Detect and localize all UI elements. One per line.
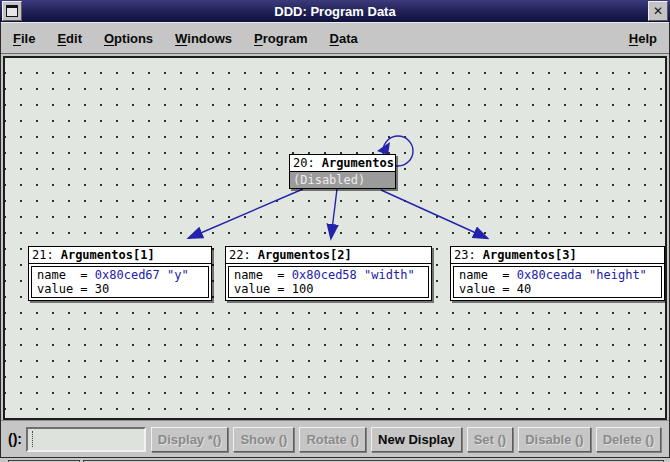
display-22-argumentos-2[interactable]: 22:Argumentos[2] name = 0x80ced58 "width… [225,246,432,301]
arrow-20-21 [189,189,303,238]
display-title: 21:Argumentos[1] [29,247,211,264]
menu-options[interactable]: Options [97,27,160,50]
member-value-row: value = 40 [459,282,656,296]
menu-data[interactable]: Data [323,27,365,50]
close-x-icon: ✕ [653,5,663,17]
member-name-row: name = 0x80ceada "height" [459,268,656,282]
member-value-row: value = 30 [37,282,203,296]
close-button[interactable]: ✕ [648,1,668,21]
arrow-20-22 [331,189,337,238]
menu-help[interactable]: Help [622,27,664,50]
rotate-button[interactable]: Rotate () [299,427,366,452]
menu-bar: File Edit Options Windows Program Data H… [0,22,670,54]
show-button[interactable]: Show () [233,427,294,452]
display-title: 20:Argumentos [290,155,395,172]
argument-input[interactable] [26,427,146,452]
window-menu-button[interactable] [2,1,22,21]
display-title: 22:Argumentos[2] [226,247,431,264]
title-bar: DDD: Program Data ✕ [0,0,670,22]
data-display-canvas[interactable]: 20:Argumentos (Disabled) 21:Argumentos[1… [5,58,665,418]
argument-toolbar: (): Display *() Show () Rotate () New Di… [0,420,670,457]
member-value-row: value = 100 [234,282,423,296]
new-display-button[interactable]: New Display [371,427,462,452]
display-value-struct: name = 0x80ced67 "y" value = 30 [31,266,209,298]
window-icon [6,5,18,17]
disable-button[interactable]: Disable () [518,427,591,452]
display-21-argumentos-1[interactable]: 21:Argumentos[1] name = 0x80ced67 "y" va… [28,246,212,301]
ddd-program-data-window: DDD: Program Data ✕ File Edit Options Wi… [0,0,670,462]
display-status-disabled: (Disabled) [290,172,395,188]
set-button[interactable]: Set () [467,427,514,452]
menu-file[interactable]: File [6,27,42,50]
menu-windows[interactable]: Windows [168,27,239,50]
member-name-row: name = 0x80ced67 "y" [37,268,203,282]
window-title: DDD: Program Data [0,4,670,19]
status-strip [0,457,670,462]
display-title: 23:Argumentos[3] [451,247,664,264]
arrow-20-23 [381,190,487,238]
display-value-struct: name = 0x80ceada "height" value = 40 [453,266,662,298]
canvas-frame: 20:Argumentos (Disabled) 21:Argumentos[1… [3,56,667,420]
member-name-row: name = 0x80ced58 "width" [234,268,423,282]
delete-button[interactable]: Delete () [596,427,661,452]
menu-program[interactable]: Program [247,27,314,50]
text-cursor [32,431,33,447]
menu-edit[interactable]: Edit [50,27,89,50]
display-value-struct: name = 0x80ced58 "width" value = 100 [228,266,429,298]
display-20-argumentos[interactable]: 20:Argumentos (Disabled) [289,154,396,189]
display-23-argumentos-3[interactable]: 23:Argumentos[3] name = 0x80ceada "heigh… [450,246,665,301]
dependency-arrows [5,58,665,418]
display-button[interactable]: Display *() [151,427,229,452]
argument-field-label: (): [8,431,22,447]
